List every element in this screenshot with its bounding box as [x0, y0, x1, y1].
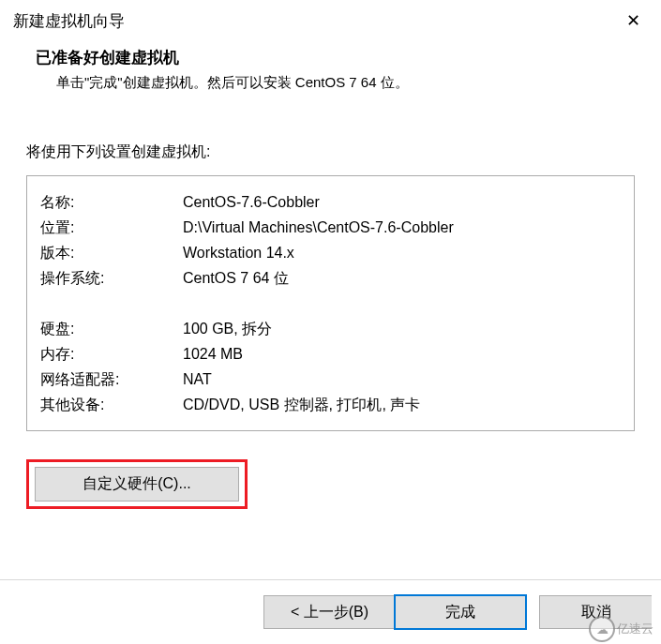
settings-intro: 将使用下列设置创建虚拟机:	[26, 142, 635, 162]
settings-row-name: 名称: CentOS-7.6-Cobbler	[40, 189, 621, 215]
name-value: CentOS-7.6-Cobbler	[183, 189, 621, 215]
version-label: 版本:	[40, 240, 183, 265]
name-label: 名称:	[40, 189, 183, 215]
location-label: 位置:	[40, 215, 183, 240]
wizard-subheading: 单击"完成"创建虚拟机。然后可以安装 CentOS 7 64 位。	[36, 74, 640, 92]
settings-gap	[40, 291, 621, 316]
disk-value: 100 GB, 拆分	[183, 316, 621, 341]
settings-summary-box: 名称: CentOS-7.6-Cobbler 位置: D:\Virtual Ma…	[26, 175, 635, 431]
wizard-body: 将使用下列设置创建虚拟机: 名称: CentOS-7.6-Cobbler 位置:…	[0, 105, 661, 509]
network-label: 网络适配器:	[40, 367, 183, 392]
disk-label: 硬盘:	[40, 316, 183, 341]
settings-row-network: 网络适配器: NAT	[40, 367, 621, 392]
back-button[interactable]: < 上一步(B)	[263, 595, 395, 629]
os-label: 操作系统:	[40, 265, 183, 291]
location-value: D:\Virtual Machines\CentOS-7.6-Cobbler	[183, 215, 621, 240]
other-label: 其他设备:	[40, 392, 183, 417]
settings-row-disk: 硬盘: 100 GB, 拆分	[40, 316, 621, 341]
network-value: NAT	[183, 367, 621, 392]
settings-row-memory: 内存: 1024 MB	[40, 341, 621, 367]
settings-row-other: 其他设备: CD/DVD, USB 控制器, 打印机, 声卡	[40, 392, 621, 417]
wizard-footer: < 上一步(B) 完成 取消	[0, 580, 661, 644]
finish-button[interactable]: 完成	[395, 595, 526, 629]
memory-label: 内存:	[40, 341, 183, 367]
settings-row-version: 版本: Workstation 14.x	[40, 240, 621, 265]
other-value: CD/DVD, USB 控制器, 打印机, 声卡	[183, 392, 621, 417]
wizard-heading: 已准备好创建虚拟机	[36, 47, 640, 68]
memory-value: 1024 MB	[183, 341, 621, 367]
version-value: Workstation 14.x	[183, 240, 621, 265]
settings-row-os: 操作系统: CentOS 7 64 位	[40, 265, 621, 291]
close-icon[interactable]: ✕	[619, 7, 648, 35]
customize-hardware-button[interactable]: 自定义硬件(C)...	[35, 467, 239, 502]
customize-hardware-highlight: 自定义硬件(C)...	[26, 459, 248, 509]
wizard-header: 已准备好创建虚拟机 单击"完成"创建虚拟机。然后可以安装 CentOS 7 64…	[0, 39, 661, 105]
window-title: 新建虚拟机向导	[13, 10, 125, 32]
titlebar: 新建虚拟机向导 ✕	[0, 0, 661, 39]
cancel-button[interactable]: 取消	[539, 595, 652, 629]
settings-row-location: 位置: D:\Virtual Machines\CentOS-7.6-Cobbl…	[40, 215, 621, 240]
os-value: CentOS 7 64 位	[183, 265, 621, 291]
